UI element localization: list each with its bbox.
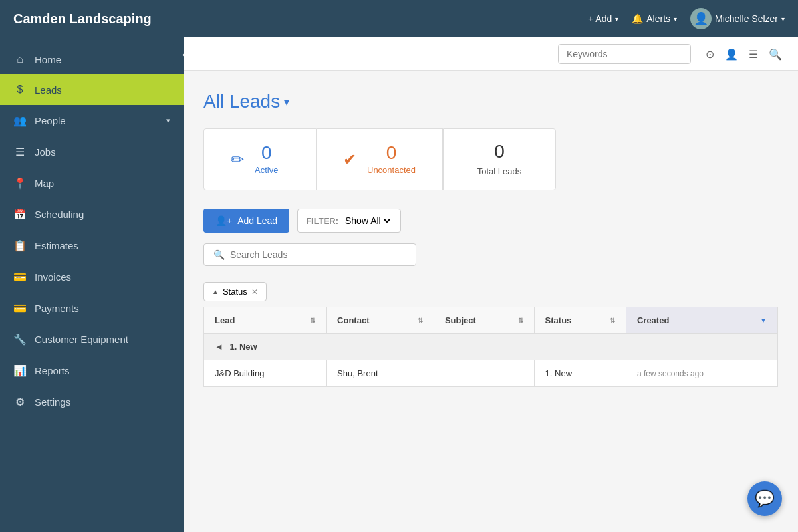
sidebar-item-map[interactable]: 📍 Map [0, 168, 184, 199]
people-chevron-icon: ▾ [166, 116, 170, 125]
invoices-icon: 💳 [13, 271, 27, 283]
avatar: 👤 [690, 8, 712, 29]
user-chevron-icon: ▾ [781, 15, 785, 23]
filter-chips: ▲ Status ✕ [203, 282, 778, 301]
chat-icon: 💬 [755, 489, 775, 508]
contact-cell: Shu, Brent [327, 360, 434, 387]
col-subject[interactable]: Subject ⇅ [434, 307, 534, 334]
user-menu-button[interactable]: 👤 Michelle Selzer ▾ [690, 8, 785, 29]
sidebar-nav: ⌂ Home $ Leads 👥 People ▾ ☰ Jobs 📍 Map [0, 37, 184, 418]
table-header-row: Lead ⇅ Contact ⇅ Subject [204, 307, 778, 334]
search-icons: ⊙ 👤 ☰ 🔍 [703, 45, 785, 63]
active-label: Active [255, 165, 278, 175]
sidebar-item-leads[interactable]: $ Leads [0, 74, 184, 105]
reports-icon: 📊 [13, 364, 27, 377]
uncontacted-label: Uncontacted [367, 165, 416, 175]
group-row-new: ◄ 1. New [204, 334, 778, 360]
alerts-chevron-icon: ▾ [674, 15, 677, 23]
active-count: 0 [255, 144, 278, 162]
add-chevron-icon: ▾ [615, 15, 618, 23]
chat-bubble-button[interactable]: 💬 [747, 481, 782, 516]
home-icon: ⌂ [13, 53, 27, 65]
filter-wrapper[interactable]: FILTER: Show All Active Inactive New [297, 209, 401, 233]
payments-icon: 💳 [13, 302, 27, 315]
status-filter-chip[interactable]: ▲ Status ✕ [203, 282, 267, 301]
top-header: Camden Landscaping + Add ▾ 🔔 Alerts ▾ 👤 … [0, 0, 798, 37]
stat-card-total[interactable]: 0 Total Leads [443, 128, 556, 190]
sidebar-item-estimates[interactable]: 📋 Estimates [0, 230, 184, 261]
sidebar-item-payments[interactable]: 💳 Payments [0, 293, 184, 324]
sidebar-item-home[interactable]: ⌂ Home [0, 44, 184, 74]
subject-cell [434, 360, 534, 387]
subject-sort-icon: ⇅ [518, 317, 523, 324]
uncontacted-stat-info: 0 Uncontacted [367, 144, 416, 175]
sidebar-item-settings[interactable]: ⚙ Settings [0, 386, 184, 418]
chip-label: Status [223, 287, 247, 297]
keywords-input[interactable] [558, 44, 691, 64]
list-view-icon[interactable]: ☰ [746, 45, 761, 63]
chip-close-icon[interactable]: ✕ [251, 287, 258, 297]
search-bar: ⊙ 👤 ☰ 🔍 [184, 37, 798, 71]
app-title: Camden Landscaping [13, 11, 588, 27]
table-row[interactable]: J&D Building Shu, Brent 1. New a few sec… [204, 360, 778, 387]
add-button[interactable]: + Add ▾ [588, 13, 618, 24]
stats-row: ✏ 0 Active ✔ 0 Uncontacted 0 Total Leads [203, 128, 556, 190]
page-title-dropdown-icon: ▾ [284, 96, 289, 108]
created-sort-icon: ▼ [760, 317, 767, 324]
sidebar: ‹ ⌂ Home $ Leads 👥 People ▾ ☰ Jobs 📍 [0, 37, 184, 532]
radio-icon[interactable]: ⊙ [703, 45, 717, 63]
settings-icon: ⚙ [13, 396, 27, 408]
toolbar: 👤+ Add Lead FILTER: Show All Active Inac… [203, 209, 778, 233]
status-sort-icon: ⇅ [610, 317, 615, 324]
jobs-icon: ☰ [13, 146, 27, 158]
lead-cell: J&D Building [204, 360, 327, 387]
col-created[interactable]: Created ▼ [626, 307, 777, 334]
estimates-icon: 📋 [13, 239, 27, 252]
stat-card-active[interactable]: ✏ 0 Active [203, 128, 317, 190]
leads-table: Lead ⇅ Contact ⇅ Subject [203, 307, 778, 387]
lead-sort-icon: ⇅ [310, 317, 315, 324]
map-icon: 📍 [13, 177, 27, 190]
col-status[interactable]: Status ⇅ [534, 307, 626, 334]
page-title[interactable]: All Leads ▾ [203, 91, 778, 112]
checkmark-icon: ✔ [343, 150, 356, 169]
scheduling-icon: 📅 [13, 208, 27, 221]
sidebar-item-jobs[interactable]: ☰ Jobs [0, 136, 184, 168]
active-stat-info: 0 Active [255, 144, 278, 175]
status-cell: 1. New [534, 360, 626, 387]
uncontacted-count: 0 [367, 144, 416, 162]
col-contact[interactable]: Contact ⇅ [327, 307, 434, 334]
search-leads-input[interactable] [230, 249, 406, 260]
people-icon: 👥 [13, 114, 27, 127]
add-lead-button[interactable]: 👤+ Add Lead [203, 209, 289, 233]
search-leads-wrapper: 🔍 [203, 243, 416, 266]
sidebar-item-reports[interactable]: 📊 Reports [0, 355, 184, 386]
stat-card-uncontacted[interactable]: ✔ 0 Uncontacted [317, 128, 443, 190]
sidebar-item-invoices[interactable]: 💳 Invoices [0, 261, 184, 293]
main-content: ⊙ 👤 ☰ 🔍 All Leads ▾ ✏ 0 Active [184, 37, 798, 532]
leads-icon: $ [13, 84, 27, 96]
add-person-icon: 👤+ [215, 215, 232, 226]
bell-icon: 🔔 [632, 13, 643, 24]
search-leads-icon: 🔍 [213, 249, 225, 260]
content-area: All Leads ▾ ✏ 0 Active ✔ 0 Uncontacted [184, 71, 798, 400]
chip-arrow-icon: ▲ [212, 288, 219, 295]
group-label: 1. New [230, 342, 257, 352]
alerts-button[interactable]: 🔔 Alerts ▾ [632, 13, 677, 24]
group-expand-icon: ◄ [215, 342, 223, 352]
total-count: 0 [494, 142, 505, 161]
filter-select[interactable]: Show All Active Inactive New [342, 215, 392, 227]
created-cell: a few seconds ago [626, 360, 777, 387]
sidebar-item-scheduling[interactable]: 📅 Scheduling [0, 199, 184, 230]
total-label: Total Leads [477, 166, 522, 176]
search-submit-icon[interactable]: 🔍 [766, 45, 785, 63]
sidebar-collapse-button[interactable]: ‹ [173, 44, 184, 65]
contact-sort-icon: ⇅ [418, 317, 423, 324]
pencil-icon: ✏ [231, 150, 244, 169]
header-actions: + Add ▾ 🔔 Alerts ▾ 👤 Michelle Selzer ▾ [588, 8, 785, 29]
sidebar-item-customer-equipment[interactable]: 🔧 Customer Equipment [0, 324, 184, 355]
equipment-icon: 🔧 [13, 333, 27, 346]
col-lead[interactable]: Lead ⇅ [204, 307, 327, 334]
sidebar-item-people[interactable]: 👥 People ▾ [0, 105, 184, 136]
person-search-icon[interactable]: 👤 [722, 45, 741, 63]
